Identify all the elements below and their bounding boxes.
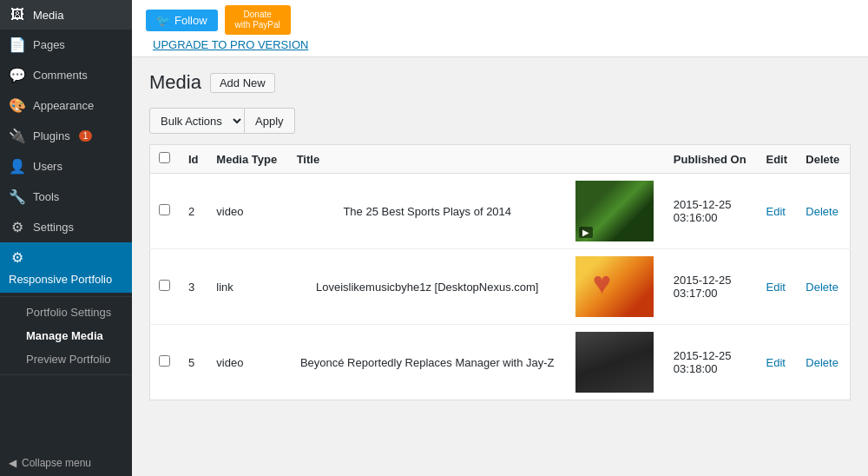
follow-button[interactable]: 🐦 Follow bbox=[146, 10, 218, 31]
sidebar-divider bbox=[0, 296, 132, 297]
edit-link[interactable]: Edit bbox=[766, 356, 786, 369]
table-row: 3 link Loveislikemusicbyhe1z [DesktopNex… bbox=[150, 249, 851, 325]
portfolio-icon: ⚙ bbox=[9, 249, 26, 266]
tools-icon: 🔧 bbox=[9, 188, 26, 205]
upgrade-link[interactable]: UPGRADE TO PRO VERSION bbox=[153, 38, 308, 51]
row-checkbox-cell bbox=[150, 174, 180, 249]
row-edit-cell: Edit bbox=[758, 325, 798, 400]
row-id: 5 bbox=[180, 325, 207, 400]
follow-label: Follow bbox=[174, 14, 207, 27]
sidebar-item-users[interactable]: 👤 Users bbox=[0, 151, 132, 182]
apply-button[interactable]: Apply bbox=[245, 108, 295, 134]
collapse-arrow-icon: ◀ bbox=[9, 457, 16, 469]
topbar-buttons: 🐦 Follow Donate with PayPal bbox=[146, 5, 308, 35]
sidebar-item-media[interactable]: 🖼 Media bbox=[0, 0, 132, 30]
row-delete-cell: Delete bbox=[797, 325, 850, 400]
comments-icon: 💬 bbox=[9, 67, 26, 83]
row-media-type: video bbox=[207, 174, 287, 249]
twitter-icon: 🐦 bbox=[156, 14, 170, 27]
sidebar-item-label: Tools bbox=[33, 190, 59, 203]
settings-icon: ⚙ bbox=[9, 219, 26, 235]
row-thumbnail-cell bbox=[567, 174, 665, 249]
col-id: Id bbox=[180, 145, 207, 174]
row-delete-cell: Delete bbox=[797, 174, 850, 249]
row-published-on: 2015-12-25 03:18:00 bbox=[665, 325, 758, 400]
col-edit: Edit bbox=[758, 145, 798, 174]
sidebar-item-label: Comments bbox=[33, 69, 88, 82]
sidebar-sub-item-manage-media[interactable]: Manage Media bbox=[0, 324, 132, 347]
row-checkbox[interactable] bbox=[159, 280, 170, 291]
donate-button[interactable]: Donate with PayPal bbox=[225, 5, 291, 35]
edit-link[interactable]: Edit bbox=[766, 205, 786, 218]
delete-link[interactable]: Delete bbox=[806, 205, 838, 218]
sidebar-sub-item-preview-portfolio[interactable]: Preview Portfolio bbox=[0, 347, 132, 371]
pages-icon: 📄 bbox=[9, 36, 26, 53]
collapse-label: Collapse menu bbox=[22, 457, 91, 469]
col-title: Title bbox=[288, 145, 567, 174]
select-all-checkbox[interactable] bbox=[159, 152, 170, 163]
sidebar-item-responsive-portfolio[interactable]: ⚙ Responsive Portfolio bbox=[0, 242, 132, 293]
bulk-actions-select[interactable]: Bulk Actions bbox=[149, 108, 245, 134]
sidebar-item-label: Plugins bbox=[33, 129, 70, 142]
sidebar-item-appearance[interactable]: 🎨 Appearance bbox=[0, 90, 132, 121]
donate-sublabel: with PayPal bbox=[235, 20, 280, 30]
sidebar-item-label: Users bbox=[33, 160, 62, 173]
delete-link[interactable]: Delete bbox=[806, 356, 838, 369]
row-edit-cell: Edit bbox=[758, 249, 798, 325]
plugins-badge: 1 bbox=[79, 130, 93, 142]
toolbar: Bulk Actions Apply bbox=[149, 108, 851, 134]
table-body: 2 video The 25 Best Sports Plays of 2014… bbox=[150, 174, 851, 400]
row-thumbnail-cell bbox=[567, 325, 665, 400]
edit-link[interactable]: Edit bbox=[766, 281, 786, 294]
sub-item-label: Manage Media bbox=[26, 329, 103, 342]
row-thumbnail bbox=[575, 256, 654, 317]
appearance-icon: 🎨 bbox=[9, 97, 26, 114]
sidebar-divider-2 bbox=[0, 374, 132, 375]
table-header-row: Id Media Type Title Published On Edit De… bbox=[150, 145, 851, 174]
sidebar-item-settings[interactable]: ⚙ Settings bbox=[0, 212, 132, 242]
collapse-menu-button[interactable]: ◀ Collapse menu bbox=[0, 450, 132, 476]
row-checkbox-cell bbox=[150, 325, 180, 400]
row-thumbnail bbox=[575, 332, 654, 393]
sidebar-item-label: Pages bbox=[33, 38, 65, 51]
sidebar-item-label: Appearance bbox=[33, 99, 94, 112]
row-checkbox[interactable] bbox=[159, 355, 170, 367]
sub-item-label: Portfolio Settings bbox=[26, 306, 111, 319]
upgrade-label: UPGRADE TO PRO VERSION bbox=[153, 38, 308, 51]
col-published-on: Published On bbox=[665, 145, 758, 174]
row-thumbnail-cell bbox=[567, 249, 665, 325]
delete-link[interactable]: Delete bbox=[806, 281, 838, 294]
sidebar-sub-item-portfolio-settings[interactable]: Portfolio Settings bbox=[0, 301, 132, 324]
row-delete-cell: Delete bbox=[797, 249, 850, 325]
row-thumbnail bbox=[575, 181, 654, 241]
row-edit-cell: Edit bbox=[758, 174, 798, 249]
content-area: Media Add New Bulk Actions Apply Id Medi… bbox=[132, 57, 868, 476]
row-title: Beyoncé Reportedly Replaces Manager with… bbox=[288, 325, 567, 400]
sub-item-label: Preview Portfolio bbox=[26, 353, 111, 366]
sidebar-item-plugins[interactable]: 🔌 Plugins 1 bbox=[0, 121, 132, 151]
plugins-icon: 🔌 bbox=[9, 128, 26, 144]
topbar-inner: 🐦 Follow Donate with PayPal UPGRADE TO P… bbox=[146, 5, 308, 51]
col-delete: Delete bbox=[797, 145, 850, 174]
sidebar-item-label: Settings bbox=[33, 221, 74, 234]
media-icon: 🖼 bbox=[9, 7, 26, 23]
sidebar-item-comments[interactable]: 💬 Comments bbox=[0, 60, 132, 90]
row-id: 2 bbox=[180, 174, 207, 249]
donate-label: Donate bbox=[235, 10, 280, 20]
table-row: 5 video Beyoncé Reportedly Replaces Mana… bbox=[150, 325, 851, 400]
row-id: 3 bbox=[180, 249, 207, 325]
page-header: Media Add New bbox=[149, 71, 851, 94]
sidebar-item-pages[interactable]: 📄 Pages bbox=[0, 30, 132, 60]
sidebar-item-label: Media bbox=[33, 9, 63, 22]
media-table: Id Media Type Title Published On Edit De… bbox=[149, 144, 851, 400]
row-checkbox[interactable] bbox=[159, 204, 170, 215]
row-media-type: video bbox=[207, 325, 287, 400]
users-icon: 👤 bbox=[9, 158, 26, 175]
sidebar-item-label: Responsive Portfolio bbox=[9, 273, 112, 286]
row-published-on: 2015-12-25 03:16:00 bbox=[665, 174, 758, 249]
sidebar-item-tools[interactable]: 🔧 Tools bbox=[0, 182, 132, 212]
add-new-button[interactable]: Add New bbox=[210, 73, 275, 93]
row-published-on: 2015-12-25 03:17:00 bbox=[665, 249, 758, 325]
row-checkbox-cell bbox=[150, 249, 180, 325]
table-row: 2 video The 25 Best Sports Plays of 2014… bbox=[150, 174, 851, 249]
